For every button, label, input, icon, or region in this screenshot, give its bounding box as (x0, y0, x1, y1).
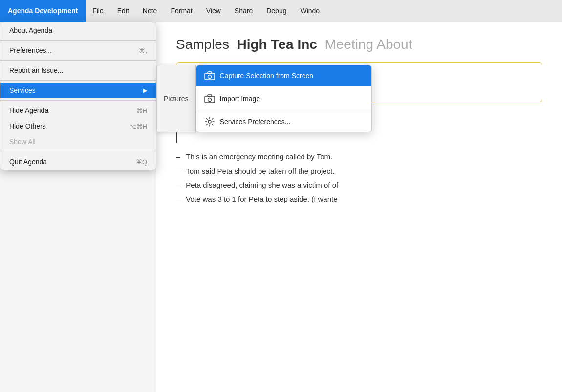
menu-item-hide-agenda[interactable]: Hide Agenda ⌘H (0, 103, 156, 118)
bullet-text: Tom said Peta should be taken off the pr… (186, 167, 334, 175)
app-dropdown-menu: About Agenda Preferences... ⌘, Report an… (0, 22, 156, 170)
app-menu[interactable]: Agenda Development (0, 0, 86, 22)
separator (0, 60, 156, 61)
submenu-container: Pictures Capture Selection from Screen (156, 65, 372, 132)
menu-item-label: Report an Issue... (9, 66, 64, 74)
window-menu[interactable]: Windo (293, 0, 326, 22)
note-menu[interactable]: Note (136, 0, 164, 22)
dash-icon: – (176, 167, 180, 175)
bullet-item-4: – Vote was 3 to 1 for Peta to step aside… (176, 192, 542, 206)
submenu: Capture Selection from Screen Import Ima… (196, 65, 372, 132)
separator (0, 152, 156, 152)
text-cursor (176, 131, 542, 150)
submenu-item-label: Capture Selection from Screen (220, 72, 313, 80)
settings-icon (204, 116, 215, 127)
menu-item-label: Hide Agenda (9, 107, 48, 114)
menu-item-label: Show All (9, 138, 36, 146)
format-menu[interactable]: Format (164, 0, 199, 22)
submenu-item-label: Import Image (220, 95, 260, 103)
menu-item-label: Services (9, 87, 36, 94)
separator (0, 100, 156, 101)
bullet-item-1: – This is an emergency meeting called by… (176, 150, 542, 164)
dash-icon: – (176, 152, 180, 161)
menu-item-label: About Agenda (9, 26, 52, 34)
menu-item-label: Preferences... (9, 46, 52, 54)
bullet-item-2: – Tom said Peta should be taken off the … (176, 164, 542, 178)
bullet-text: Peta disagreed, claiming she was a victi… (186, 181, 338, 189)
submenu-separator (196, 87, 371, 87)
menu-item-label: Quit Agenda (9, 158, 47, 166)
menu-bar: Agenda Development File Edit Note Format… (0, 0, 562, 22)
capture-icon (204, 70, 215, 81)
file-menu[interactable]: File (86, 0, 110, 22)
submenu-item-import[interactable]: Import Image (196, 88, 371, 109)
shortcut-label: ⌘, (139, 47, 147, 54)
import-icon (204, 93, 215, 104)
shortcut-label: ⌘Q (136, 158, 147, 166)
submenu-item-services-prefs[interactable]: Services Preferences... (196, 111, 371, 132)
content-title: Samples High Tea Inc Meeting About (176, 37, 542, 52)
svg-point-5 (208, 98, 211, 102)
debug-menu[interactable]: Debug (259, 0, 293, 22)
dash-icon: – (176, 195, 180, 203)
breadcrumb: Samples (176, 37, 229, 52)
svg-point-6 (208, 120, 211, 123)
separator (0, 80, 156, 81)
svg-point-2 (208, 75, 211, 79)
menu-item-preferences[interactable]: Preferences... ⌘, (0, 43, 156, 58)
dash-icon: – (176, 181, 180, 189)
svg-rect-1 (208, 72, 212, 74)
shortcut-label: ⌥⌘H (129, 123, 147, 130)
bullet-text: Vote was 3 to 1 for Peta to step aside. … (186, 195, 337, 203)
menu-item-services[interactable]: Services ▶ (0, 83, 156, 98)
arrow-icon: ▶ (143, 87, 147, 94)
submenu-item-capture[interactable]: Capture Selection from Screen (196, 65, 371, 86)
menu-item-report[interactable]: Report an Issue... (0, 63, 156, 78)
submenu-item-label: Services Preferences... (220, 118, 291, 126)
meeting-about: Meeting About (324, 37, 412, 52)
menu-item-hide-others[interactable]: Hide Others ⌥⌘H (0, 118, 156, 134)
bullet-item-3: – Peta disagreed, claiming she was a vic… (176, 178, 542, 192)
bullet-text: This is an emergency meeting called by T… (186, 152, 332, 161)
project-name: High Tea Inc (237, 37, 317, 52)
menu-item-label: Hide Others (9, 122, 46, 130)
view-menu[interactable]: View (199, 0, 228, 22)
bullet-list: – This is an emergency meeting called by… (176, 150, 542, 206)
submenu-pictures-label: Pictures (156, 65, 196, 132)
separator (0, 40, 156, 41)
submenu-separator (196, 110, 371, 110)
svg-rect-4 (208, 95, 212, 97)
menu-item-about[interactable]: About Agenda (0, 22, 156, 38)
share-menu[interactable]: Share (228, 0, 259, 22)
menu-item-quit[interactable]: Quit Agenda ⌘Q (0, 154, 156, 170)
shortcut-label: ⌘H (136, 107, 147, 114)
menu-item-show-all: Show All (0, 134, 156, 150)
edit-menu[interactable]: Edit (110, 0, 136, 22)
